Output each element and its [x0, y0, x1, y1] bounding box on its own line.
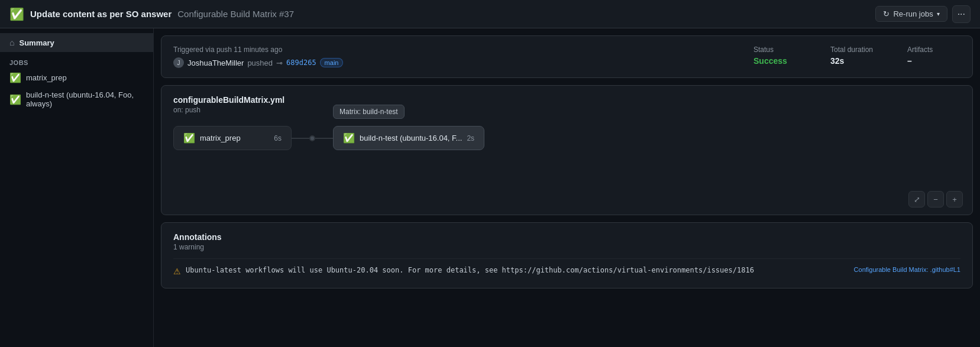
run-title: Update content as per SO answer — [30, 9, 172, 19]
home-icon: ⌂ — [9, 38, 14, 47]
duration-stat: Total duration 32s — [830, 46, 884, 66]
page-header: ✅ Update content as per SO answer Config… — [0, 0, 980, 28]
node-duration-build-n-test: 2s — [467, 134, 474, 142]
status-stat: Status Success — [753, 46, 807, 66]
rerun-icon: ↻ — [883, 9, 890, 18]
job-success-icon-matrix-prep: ✅ — [9, 72, 21, 83]
run-success-icon: ✅ — [9, 7, 24, 21]
ellipsis-icon: ··· — [958, 9, 965, 20]
workflow-trigger: on: push — [173, 106, 960, 114]
workflow-card: configurableBuildMatrix.yml on: push ✅ m… — [161, 85, 973, 215]
duration-label: Total duration — [830, 46, 884, 54]
sidebar: ⌂ Summary Jobs ✅ matrix_prep ✅ build-n-t… — [0, 28, 154, 347]
node-success-icon-matrix-prep: ✅ — [183, 132, 195, 144]
matrix-label-box: Matrix: build-n-test — [333, 105, 405, 119]
flow-node-build-n-test[interactable]: ✅ build-n-test (ubuntu-16.04, F... 2s — [333, 126, 484, 150]
artifacts-value: – — [907, 56, 960, 66]
flow-diagram: ✅ matrix_prep 6s Matrix: build-n-test ✅ … — [173, 126, 960, 150]
workflow-filename: configurableBuildMatrix.yml — [173, 95, 960, 105]
sidebar-jobs-section: Jobs — [0, 52, 153, 69]
status-label: Status — [753, 46, 807, 54]
node-success-icon-build-n-test: ✅ — [343, 132, 355, 144]
trigger-details: J JoshuaTheMiller pushed ⊸ 689d265 main — [173, 57, 730, 68]
matrix-group: Matrix: build-n-test ✅ build-n-test (ubu… — [333, 126, 484, 150]
actor-name: JoshuaTheMiller — [187, 59, 244, 67]
plus-icon: + — [952, 195, 957, 204]
action-verb: pushed — [247, 59, 273, 67]
annotation-message: Ubuntu-latest workflows will use Ubuntu-… — [186, 266, 849, 274]
annotations-title: Annotations — [173, 232, 960, 242]
sidebar-summary-label: Summary — [19, 38, 54, 47]
zoom-out-button[interactable]: − — [927, 191, 944, 207]
trigger-section: Triggered via push 11 minutes ago J Josh… — [173, 46, 730, 68]
artifacts-stat: Artifacts – — [907, 46, 960, 66]
duration-value: 32s — [830, 56, 884, 66]
zoom-in-button[interactable]: + — [946, 191, 963, 207]
flow-node-matrix-prep[interactable]: ✅ matrix_prep 6s — [173, 126, 292, 150]
minus-icon: − — [933, 195, 938, 204]
actor-avatar: J — [173, 57, 184, 68]
job-success-icon-build-n-test: ✅ — [9, 94, 21, 105]
trigger-title: Triggered via push 11 minutes ago — [173, 46, 730, 54]
node-duration-matrix-prep: 6s — [274, 134, 282, 142]
annotations-count: 1 warning — [173, 243, 960, 251]
sidebar-job-label-build-n-test: build-n-test (ubuntu-16.04, Foo, always) — [26, 90, 144, 108]
header-right: ↻ Re-run jobs ▾ ··· — [875, 5, 971, 23]
status-value: Success — [753, 56, 807, 66]
warning-icon: ⚠ — [173, 267, 181, 276]
artifacts-label: Artifacts — [907, 46, 960, 54]
sidebar-job-label-matrix-prep: matrix_prep — [26, 73, 67, 82]
annotations-card: Annotations 1 warning ⚠ Ubuntu-latest wo… — [161, 222, 973, 288]
sidebar-item-matrix-prep[interactable]: ✅ matrix_prep — [0, 69, 153, 87]
arrow-icon: ⊸ — [276, 59, 283, 67]
flow-line-1 — [292, 138, 309, 139]
chevron-down-icon: ▾ — [937, 11, 940, 17]
rerun-label: Re-run jobs — [893, 9, 933, 18]
node-label-build-n-test: build-n-test (ubuntu-16.04, F... — [360, 134, 462, 142]
sidebar-item-summary[interactable]: ⌂ Summary — [0, 33, 153, 52]
node-label-matrix-prep: matrix_prep — [200, 134, 241, 142]
run-subtitle: Configurable Build Matrix #37 — [177, 9, 294, 19]
info-row: Triggered via push 11 minutes ago J Josh… — [173, 46, 960, 68]
annotation-location[interactable]: Configurable Build Matrix: .github#L1 — [854, 266, 960, 273]
fit-icon: ⤢ — [914, 195, 920, 204]
fit-view-button[interactable]: ⤢ — [908, 191, 925, 207]
sidebar-item-build-n-test[interactable]: ✅ build-n-test (ubuntu-16.04, Foo, alway… — [0, 87, 153, 112]
annotation-row: ⚠ Ubuntu-latest workflows will use Ubunt… — [173, 264, 960, 278]
branch-badge[interactable]: main — [320, 58, 344, 67]
content-area: Triggered via push 11 minutes ago J Josh… — [154, 28, 980, 347]
ann-divider — [173, 258, 960, 259]
flow-line-2 — [315, 138, 333, 139]
flow-dot — [309, 135, 315, 141]
flow-controls: ⤢ − + — [908, 191, 963, 207]
header-left: ✅ Update content as per SO answer Config… — [9, 7, 294, 21]
flow-connector — [292, 135, 333, 141]
commit-hash[interactable]: 689d265 — [286, 59, 316, 67]
run-info-card: Triggered via push 11 minutes ago J Josh… — [161, 35, 973, 78]
main-layout: ⌂ Summary Jobs ✅ matrix_prep ✅ build-n-t… — [0, 28, 980, 347]
rerun-jobs-button[interactable]: ↻ Re-run jobs ▾ — [875, 6, 947, 22]
more-options-button[interactable]: ··· — [952, 5, 971, 23]
